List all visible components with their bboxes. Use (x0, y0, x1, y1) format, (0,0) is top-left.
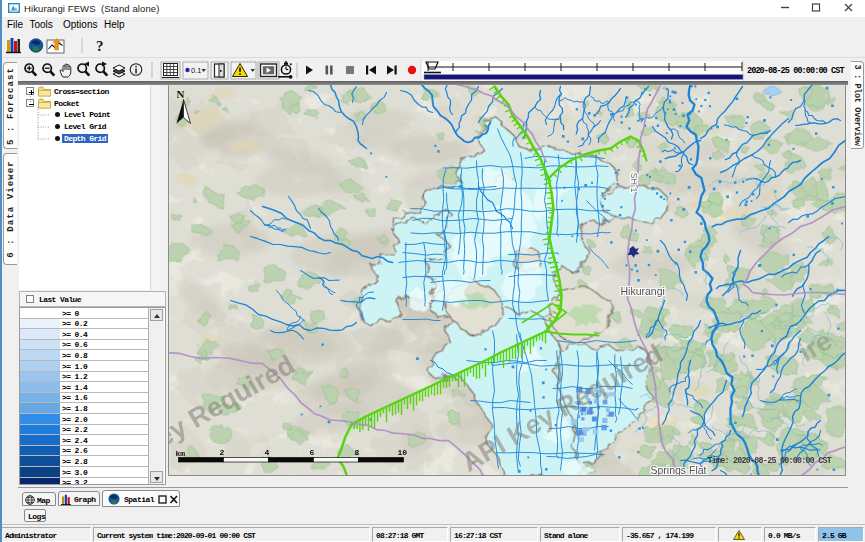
svg-text:0.1: 0.1 (191, 66, 201, 75)
svg-text:Hikurangi: Hikurangi (620, 284, 664, 296)
svg-text:10: 10 (397, 447, 407, 456)
svg-text:4: 4 (264, 447, 269, 456)
svg-text:km: km (175, 448, 185, 457)
svg-text:2: 2 (219, 447, 224, 456)
svg-text:N: N (176, 87, 184, 99)
svg-text:8: 8 (354, 447, 359, 456)
svg-text:Time: 2020-08-25 00:00:00 CST: Time: 2020-08-25 00:00:00 CST (707, 455, 831, 464)
svg-text:SH 1: SH 1 (628, 172, 638, 192)
svg-text:6: 6 (309, 447, 314, 456)
svg-text:?: ? (96, 38, 104, 54)
svg-text:Springs Flat: Springs Flat (650, 463, 706, 475)
